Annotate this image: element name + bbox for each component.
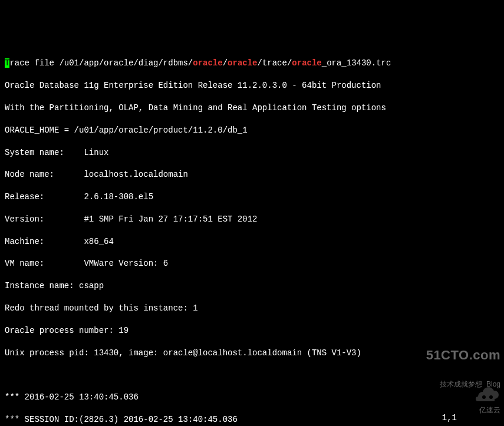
watermark-cloud-icon — [473, 387, 500, 402]
vi-cursor-position: 1,1 — [442, 412, 457, 424]
unix-pid-line: Unix process pid: 13430, image: oracle@l… — [5, 348, 499, 359]
process-number-line: Oracle process number: 19 — [5, 325, 499, 336]
kernel-version-line: Version: #1 SMP Fri Jan 27 17:17:51 EST … — [5, 214, 499, 225]
instance-name-line: Instance name: csapp — [5, 280, 499, 292]
timestamp-line: *** 2016-02-25 13:40:45.036 — [5, 392, 499, 403]
path-highlight-oracle-1: oracle — [193, 58, 222, 68]
trace-path-text: race file /u01/app/oracle/diag/rdbms/ — [9, 58, 193, 68]
svg-point-1 — [489, 395, 493, 399]
path-highlight-oracle-3: oracle — [292, 58, 321, 68]
path-highlight-oracle-2: oracle — [228, 58, 257, 68]
release-line: Release: 2.6.18-308.el5 — [5, 191, 499, 203]
machine-line: Machine: x86_64 — [5, 236, 499, 247]
redo-thread-line: Redo thread mounted by this instance: 1 — [5, 303, 499, 314]
oracle-options-line: With the Partitioning, OLAP, Data Mining… — [5, 103, 499, 114]
vm-name-line: VM name: VMWare Version: 6 — [5, 258, 499, 269]
oracle-version-line: Oracle Database 11g Enterprise Edition R… — [5, 80, 499, 91]
trace-path-line: Trace file /u01/app/oracle/diag/rdbms/or… — [5, 58, 499, 69]
svg-point-0 — [482, 395, 486, 399]
oracle-home-line: ORACLE_HOME = /u01/app/oracle/product/11… — [5, 125, 499, 136]
terminal-output[interactable]: Trace file /u01/app/oracle/diag/rdbms/or… — [5, 47, 499, 426]
node-name-line: Node name: localhost.localdomain — [5, 169, 499, 180]
session-id-line: *** SESSION ID:(2826.3) 2016-02-25 13:40… — [5, 414, 499, 425]
system-name-line: System name: Linux — [5, 147, 499, 158]
